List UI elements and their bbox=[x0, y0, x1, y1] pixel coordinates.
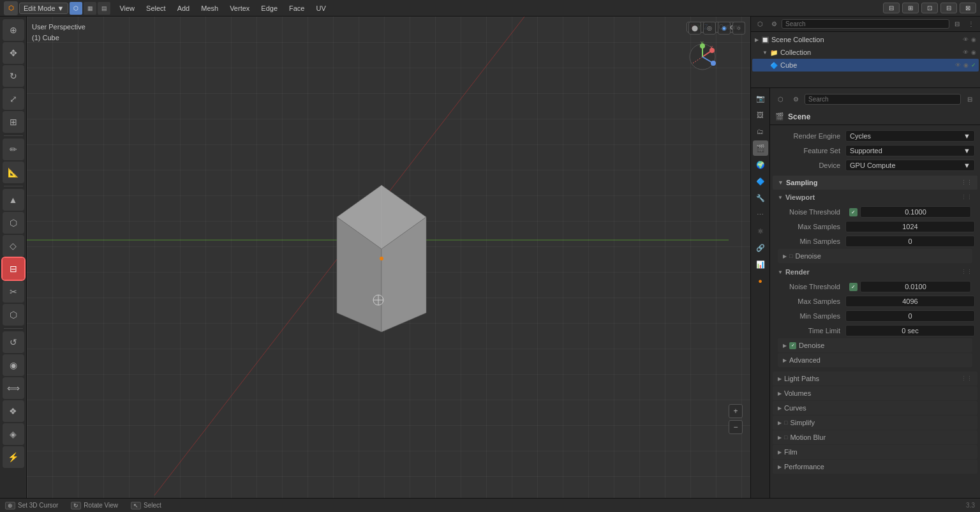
motion-blur-section[interactable]: ▶ □ Motion Blur bbox=[773, 430, 977, 444]
prop-header-icon-1[interactable]: ⬡ bbox=[774, 93, 787, 105]
menu-view[interactable]: View bbox=[114, 3, 140, 13]
viewport-3d[interactable]: User Perspective (1) Cube X Y Z Options … bbox=[27, 17, 750, 498]
viewport-shading-btn-3[interactable]: ◉ bbox=[718, 22, 731, 34]
sampling-section-header[interactable]: ▼ Sampling ⋮⋮ bbox=[773, 176, 977, 190]
tool-rip[interactable]: ⚡ bbox=[3, 446, 24, 468]
tool-loop-cut[interactable]: ⊟ bbox=[3, 258, 24, 280]
outliner-search-input[interactable] bbox=[782, 19, 949, 29]
viewport-noise-threshold-checkbox[interactable]: ✓ bbox=[849, 208, 858, 216]
tool-poly-build[interactable]: ⬡ bbox=[3, 304, 24, 326]
render-time-limit-value[interactable]: 0 sec bbox=[845, 325, 975, 336]
render-noise-threshold-number[interactable]: 0.0100 bbox=[860, 281, 971, 292]
editor-icon-2[interactable]: ▦ bbox=[84, 2, 96, 15]
render-engine-select[interactable]: Cycles ▼ bbox=[845, 130, 975, 142]
sampling-action[interactable]: ⋮⋮ bbox=[961, 179, 972, 186]
menu-select[interactable]: Select bbox=[141, 3, 171, 13]
light-paths-section[interactable]: ▶ Light Paths ⋮⋮ bbox=[773, 372, 977, 386]
workspace-layout-2[interactable]: ⊞ bbox=[902, 3, 919, 13]
scene-vis-icon[interactable]: 👁 bbox=[963, 36, 969, 43]
volumes-section[interactable]: ▶ Volumes bbox=[773, 386, 977, 400]
prop-material-icon[interactable]: ● bbox=[753, 273, 768, 289]
tool-smooth[interactable]: ◉ bbox=[3, 354, 24, 376]
tool-shrink-fatten[interactable]: ❖ bbox=[3, 400, 24, 422]
menu-face[interactable]: Face bbox=[284, 3, 309, 13]
render-max-samples-value[interactable]: 4096 bbox=[845, 296, 975, 307]
tool-spin[interactable]: ↺ bbox=[3, 331, 24, 353]
feature-set-select[interactable]: Supported ▼ bbox=[845, 145, 975, 156]
navigation-gizmo[interactable]: X Y Z bbox=[687, 41, 718, 73]
menu-add[interactable]: Add bbox=[172, 3, 195, 13]
zoom-out-btn[interactable]: − bbox=[729, 420, 743, 434]
tool-rotate[interactable]: ↻ bbox=[3, 65, 24, 87]
cube-cam-icon[interactable]: ◉ bbox=[963, 62, 969, 68]
tool-cursor[interactable]: ⊕ bbox=[3, 19, 24, 41]
menu-uv[interactable]: UV bbox=[311, 3, 331, 13]
render-min-samples-value[interactable]: 0 bbox=[845, 310, 975, 322]
prop-scene-icon[interactable]: 🎬 bbox=[753, 140, 768, 156]
viewport-sub-action[interactable]: ⋮⋮ bbox=[961, 194, 972, 200]
outliner-row-cube[interactable]: 🔷 Cube 👁 ◉ ✓ bbox=[752, 59, 979, 72]
tool-inset[interactable]: ⬡ bbox=[3, 212, 24, 234]
tool-bevel[interactable]: ◇ bbox=[3, 235, 24, 257]
menu-edge[interactable]: Edge bbox=[256, 3, 283, 13]
workspace-layout-4[interactable]: ⊟ bbox=[940, 3, 957, 13]
viewport-min-samples-value[interactable]: 0 bbox=[845, 236, 975, 247]
prop-physics-icon[interactable]: ⚛ bbox=[753, 223, 768, 239]
editor-icon-3[interactable]: ▤ bbox=[98, 2, 110, 15]
viewport-denoise-collapsed[interactable]: ▶ □ Denoise bbox=[778, 249, 972, 263]
tool-edge-slide[interactable]: ⟺ bbox=[3, 377, 24, 399]
tool-extrude[interactable]: ▲ bbox=[3, 189, 24, 211]
workspace-layout-5[interactable]: ⊠ bbox=[960, 3, 976, 13]
prop-world-icon[interactable]: 🌍 bbox=[753, 157, 768, 172]
menu-vertex[interactable]: Vertex bbox=[225, 3, 255, 13]
render-noise-threshold-checkbox[interactable]: ✓ bbox=[849, 283, 858, 291]
render-sub-action[interactable]: ⋮⋮ bbox=[961, 269, 972, 275]
cube-check-icon[interactable]: ✓ bbox=[971, 62, 976, 68]
tool-shear[interactable]: ◈ bbox=[3, 423, 24, 445]
render-denoise-checkbox[interactable]: ✓ bbox=[789, 342, 796, 349]
tool-measure[interactable]: 📐 bbox=[3, 162, 24, 183]
device-select[interactable]: GPU Compute ▼ bbox=[845, 160, 975, 171]
light-paths-action[interactable]: ⋮⋮ bbox=[961, 375, 972, 382]
menu-mesh[interactable]: Mesh bbox=[196, 3, 223, 13]
film-section[interactable]: ▶ Film bbox=[773, 445, 977, 459]
prop-filter-icon[interactable]: ⊟ bbox=[963, 93, 976, 105]
advanced-collapsed[interactable]: ▶ Advanced bbox=[778, 353, 972, 367]
viewport-shading-btn-1[interactable]: ⬤ bbox=[688, 22, 701, 34]
cube-vis-icon[interactable]: 👁 bbox=[955, 62, 961, 68]
outliner-row-scene-collection[interactable]: ▶ 🔲 Scene Collection 👁 ◉ bbox=[752, 33, 979, 46]
prop-header-icon-2[interactable]: ⚙ bbox=[789, 93, 802, 105]
simplify-section[interactable]: ▶ □ Simplify bbox=[773, 416, 977, 430]
viewport-max-samples-value[interactable]: 1024 bbox=[845, 221, 975, 232]
prop-constraints-icon[interactable]: 🔗 bbox=[753, 240, 768, 255]
render-denoise-collapsed[interactable]: ▶ ✓ Denoise bbox=[778, 338, 972, 352]
prop-modifier-icon[interactable]: 🔧 bbox=[753, 190, 768, 206]
prop-object-icon[interactable]: 🔷 bbox=[753, 174, 768, 189]
curves-section[interactable]: ▶ Curves bbox=[773, 401, 977, 415]
workspace-layout-3[interactable]: ⊡ bbox=[921, 3, 938, 13]
tool-scale[interactable]: ⤢ bbox=[3, 88, 24, 110]
prop-render-icon[interactable]: 📷 bbox=[753, 91, 768, 106]
tool-annotate[interactable]: ✏ bbox=[3, 139, 24, 160]
prop-particles-icon[interactable]: ⋯ bbox=[753, 207, 768, 222]
render-subsection-header[interactable]: ▼ Render ⋮⋮ bbox=[775, 266, 975, 278]
prop-view-layer-icon[interactable]: 🗂 bbox=[753, 124, 768, 139]
rp-icon-1[interactable]: ⬡ bbox=[754, 18, 766, 31]
performance-section[interactable]: ▶ Performance bbox=[773, 460, 977, 474]
tool-knife[interactable]: ✂ bbox=[3, 281, 24, 303]
rp-options-icon[interactable]: ⋮ bbox=[965, 18, 977, 31]
tool-transform[interactable]: ⊞ bbox=[3, 111, 24, 133]
viewport-icon[interactable]: ⬡ bbox=[70, 2, 82, 15]
tool-move[interactable]: ✥ bbox=[3, 42, 24, 64]
viewport-noise-threshold-number[interactable]: 0.1000 bbox=[860, 206, 971, 218]
col-cam-icon[interactable]: ◉ bbox=[971, 49, 976, 56]
properties-search-input[interactable] bbox=[805, 94, 961, 105]
outliner-row-collection[interactable]: ▼ 📁 Collection 👁 ◉ bbox=[752, 46, 979, 59]
prop-output-icon[interactable]: 🖼 bbox=[753, 107, 768, 123]
rp-filter-icon[interactable]: ⊟ bbox=[951, 18, 963, 31]
viewport-subsection-header[interactable]: ▼ Viewport ⋮⋮ bbox=[775, 191, 975, 204]
col-vis-icon[interactable]: 👁 bbox=[963, 49, 969, 56]
workspace-layout-1[interactable]: ⊟ bbox=[883, 3, 900, 13]
mode-selector[interactable]: Edit Mode ▼ bbox=[19, 3, 68, 14]
scene-cam-icon[interactable]: ◉ bbox=[971, 36, 976, 43]
